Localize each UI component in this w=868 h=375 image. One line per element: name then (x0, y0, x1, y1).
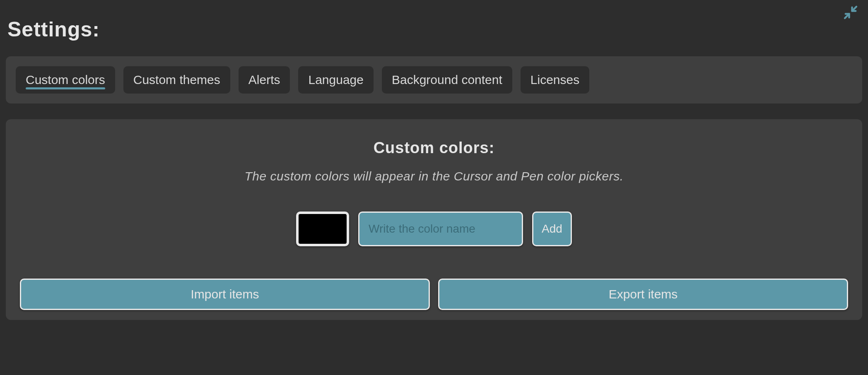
section-description: The custom colors will appear in the Cur… (14, 169, 854, 183)
tab-licenses[interactable]: Licenses (521, 66, 589, 94)
page-title: Settings: (6, 6, 862, 56)
section-title: Custom colors: (14, 139, 854, 157)
add-color-button[interactable]: Add (532, 212, 572, 246)
add-color-row: Add (14, 212, 854, 246)
color-name-input[interactable] (358, 212, 523, 246)
export-items-button[interactable]: Export items (438, 279, 848, 310)
import-export-row: Import items Export items (14, 279, 854, 312)
import-items-button[interactable]: Import items (20, 279, 430, 310)
tab-language[interactable]: Language (298, 66, 373, 94)
tab-background-content[interactable]: Background content (382, 66, 512, 94)
tab-custom-colors[interactable]: Custom colors (16, 66, 115, 94)
collapse-icon (842, 4, 859, 21)
tabs-panel: Custom colors Custom themes Alerts Langu… (6, 56, 862, 103)
tab-custom-themes[interactable]: Custom themes (123, 66, 230, 94)
collapse-button[interactable] (841, 2, 861, 22)
settings-page: Settings: Custom colors Custom themes Al… (0, 0, 868, 375)
content-panel: Custom colors: The custom colors will ap… (6, 119, 862, 320)
color-swatch-picker[interactable] (296, 212, 349, 246)
tab-alerts[interactable]: Alerts (239, 66, 290, 94)
